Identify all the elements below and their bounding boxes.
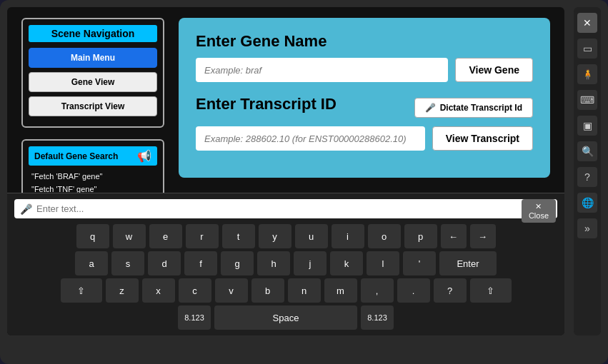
transcript-id-input[interactable] xyxy=(196,126,425,151)
gene-name-input[interactable] xyxy=(196,58,448,82)
scene-navigation-panel: Scene Navigation Main Menu Gene View Tra… xyxy=(21,18,164,128)
gene-view-button[interactable]: Gene View xyxy=(29,72,157,92)
key-comma[interactable]: , xyxy=(361,278,394,303)
key-right-arrow[interactable]: → xyxy=(470,224,496,248)
key-y[interactable]: y xyxy=(259,224,291,248)
keyboard-mic-icon: 🎤 xyxy=(20,203,32,215)
keyboard-text-input[interactable] xyxy=(36,203,531,214)
toolbar-window-button[interactable]: ▭ xyxy=(577,39,597,59)
key-h[interactable]: h xyxy=(257,251,290,275)
key-m[interactable]: m xyxy=(324,278,357,303)
toolbar-more-button[interactable]: » xyxy=(577,218,597,238)
key-j[interactable]: j xyxy=(294,251,327,275)
key-o[interactable]: o xyxy=(368,224,401,248)
view-gene-button[interactable]: View Gene xyxy=(455,58,533,82)
main-menu-button[interactable]: Main Menu xyxy=(29,48,157,68)
toolbar-keyboard-button[interactable]: ⌨ xyxy=(577,90,597,110)
key-f[interactable]: f xyxy=(184,251,217,275)
keyboard-row-3: ⇧ z x c v b n m , . ? ⇧ xyxy=(14,278,557,303)
gene-input-row: View Gene xyxy=(196,58,533,82)
key-left-arrow[interactable]: ← xyxy=(441,224,467,248)
transcript-id-section-title: Enter Transcript ID xyxy=(196,95,337,113)
key-w[interactable]: w xyxy=(113,224,146,248)
keyboard-close-button[interactable]: ✕ Close xyxy=(522,199,556,223)
keyboard-row-4: 8.123 Space 8.123 xyxy=(14,305,557,330)
key-b[interactable]: b xyxy=(251,278,284,303)
key-space[interactable]: Space xyxy=(214,305,357,330)
gene-search-title: Default Gene Search 📢 xyxy=(29,146,157,166)
key-n[interactable]: n xyxy=(288,278,321,303)
toolbar-search-button[interactable]: 🔍 xyxy=(577,141,597,161)
key-p[interactable]: p xyxy=(404,224,437,248)
key-l[interactable]: l xyxy=(367,251,399,275)
key-v[interactable]: v xyxy=(215,278,248,303)
view-transcript-button[interactable]: View Transcript xyxy=(432,126,533,151)
virtual-keyboard: 🎤 ⌫ q w e r t y u i o p ← → xyxy=(7,193,564,335)
toolbar-fullscreen-button[interactable]: ▣ xyxy=(577,116,597,136)
key-g[interactable]: g xyxy=(221,251,254,275)
toolbar-close-button[interactable]: ✕ xyxy=(577,13,597,33)
toolbar-globe-button[interactable]: 🌐 xyxy=(577,193,597,213)
keyboard-row-2: a s d f g h j k l ' Enter xyxy=(14,251,557,275)
key-t[interactable]: t xyxy=(222,224,255,248)
gene-name-section-title: Enter Gene Name xyxy=(196,32,533,51)
key-c[interactable]: c xyxy=(179,278,211,303)
toolbar-help-button[interactable]: ? xyxy=(577,167,597,187)
key-u[interactable]: u xyxy=(295,224,328,248)
close-x-icon: ✕ xyxy=(535,202,542,211)
transcript-input-row: View Transcript xyxy=(196,126,533,151)
key-e[interactable]: e xyxy=(149,224,182,248)
key-i[interactable]: i xyxy=(332,224,364,248)
key-d[interactable]: d xyxy=(148,251,181,275)
key-q[interactable]: q xyxy=(76,224,109,248)
gene-search-item-1[interactable]: "Fetch 'BRAF' gene" xyxy=(29,170,157,183)
main-content-area: Enter Gene Name View Gene Enter Transcri… xyxy=(179,18,550,178)
screen: Scene Navigation Main Menu Gene View Tra… xyxy=(7,7,564,335)
key-apostrophe[interactable]: ' xyxy=(403,251,436,275)
key-shift-right[interactable]: ⇧ xyxy=(470,278,512,303)
keyboard-key-rows: q w e r t y u i o p ← → a s d xyxy=(14,224,557,330)
keyboard-row-1: q w e r t y u i o p ← → xyxy=(14,224,557,248)
key-numbers-right[interactable]: 8.123 xyxy=(361,305,394,330)
sound-icon: 📢 xyxy=(137,149,151,163)
key-z[interactable]: z xyxy=(106,278,139,303)
key-r[interactable]: r xyxy=(186,224,219,248)
keyboard-input-row: 🎤 ⌫ xyxy=(14,199,557,218)
key-shift-left[interactable]: ⇧ xyxy=(61,278,102,303)
transcript-view-button[interactable]: Transcript View xyxy=(29,96,157,116)
microphone-icon: 🎤 xyxy=(425,103,436,113)
scene-nav-title: Scene Navigation xyxy=(29,25,157,42)
right-toolbar: ✕ ▭ 🧍 ⌨ ▣ 🔍 ? 🌐 » xyxy=(574,7,601,335)
key-period[interactable]: . xyxy=(397,278,430,303)
dictate-transcript-button[interactable]: 🎤 Dictate Transcript Id xyxy=(414,98,533,118)
key-enter[interactable]: Enter xyxy=(439,251,497,275)
key-question[interactable]: ? xyxy=(434,278,467,303)
monitor: Scene Navigation Main Menu Gene View Tra… xyxy=(0,0,608,364)
key-k[interactable]: k xyxy=(330,251,363,275)
key-a[interactable]: a xyxy=(75,251,108,275)
toolbar-avatar-button[interactable]: 🧍 xyxy=(577,64,597,84)
key-numbers-left[interactable]: 8.123 xyxy=(178,305,211,330)
key-x[interactable]: x xyxy=(142,278,175,303)
key-s[interactable]: s xyxy=(111,251,144,275)
